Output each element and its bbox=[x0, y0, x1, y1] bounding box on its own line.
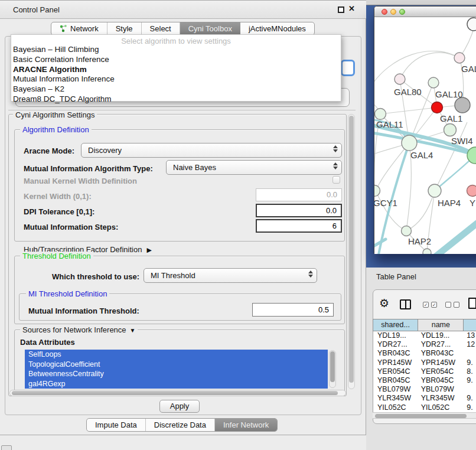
cell-value: 9. bbox=[464, 358, 476, 367]
table-row[interactable]: YBR043CYBR043C bbox=[373, 349, 476, 358]
minimized-panel-button[interactable] bbox=[1, 445, 12, 450]
unchecked-checkbox-icon[interactable] bbox=[454, 302, 459, 308]
cell-shared: YBR045C bbox=[373, 376, 419, 385]
apply-button[interactable]: Apply bbox=[159, 400, 200, 413]
attr-item-gal4rgexp[interactable]: gal4RGexp bbox=[25, 379, 328, 389]
table-row[interactable]: YBR045CYBR045C9. bbox=[373, 376, 476, 385]
column-header-partial[interactable] bbox=[464, 319, 476, 331]
checked-checkbox-icon[interactable]: ✓ bbox=[431, 302, 437, 308]
tab-cyni-toolbox[interactable]: Cyni Toolbox bbox=[180, 22, 240, 35]
table-row[interactable]: YLR345WYLR345W9. bbox=[373, 394, 476, 403]
bottom-tabbar: Impute Data Discretize Data Infer Networ… bbox=[86, 418, 278, 432]
control-panel-title: Control Panel bbox=[13, 5, 60, 14]
cell-name: YLR345W bbox=[419, 394, 465, 403]
tab-discretize-data[interactable]: Discretize Data bbox=[146, 419, 215, 431]
tab-network[interactable]: Network bbox=[51, 22, 107, 35]
close-icon[interactable]: ✕ bbox=[348, 4, 355, 13]
zoom-traffic-light-icon[interactable] bbox=[399, 9, 405, 15]
unchecked-checkbox-icon[interactable] bbox=[445, 302, 451, 308]
tab-infer-network[interactable]: Infer Network bbox=[215, 419, 277, 431]
aracne-mode-combo[interactable]: Discovery bbox=[81, 143, 342, 158]
menu-item-dream8[interactable]: Dream8 DC_TDC Algorithm bbox=[11, 94, 341, 105]
cell-shared: YDL19... bbox=[373, 331, 419, 340]
document-icon[interactable] bbox=[468, 298, 476, 309]
node-label-hap4: HAP4 bbox=[438, 198, 461, 208]
menu-item-bayesian-k2[interactable]: Bayesian – K2 bbox=[11, 84, 341, 94]
mi-threshold-field[interactable]: 0.5 bbox=[252, 303, 334, 317]
table-row[interactable]: YIL052CYIL052C9. bbox=[373, 403, 476, 412]
scrollbar-thumb[interactable] bbox=[375, 414, 467, 418]
gear-icon[interactable]: ⚙ bbox=[379, 296, 389, 310]
hidden-group-border bbox=[8, 110, 356, 110]
manual-kernel-checkbox[interactable] bbox=[332, 176, 340, 184]
sources-title-label: Sources for Network Inference bbox=[22, 325, 126, 334]
cell-shared: YBL079W bbox=[373, 385, 419, 394]
restore-icon[interactable] bbox=[338, 6, 344, 13]
minimize-traffic-light-icon[interactable] bbox=[390, 9, 396, 15]
menu-item-mutual-information[interactable]: Mutual Information Inference bbox=[11, 74, 341, 84]
algorithm-menu-hint: Select algorithm to view settings bbox=[11, 35, 341, 45]
cell-value bbox=[464, 385, 476, 394]
table-horizontal-scrollbar[interactable] bbox=[373, 412, 476, 419]
cell-name: YBR043C bbox=[419, 349, 465, 358]
data-attributes-label: Data Attributes bbox=[20, 338, 75, 347]
tab-style-label: Style bbox=[116, 24, 133, 33]
close-traffic-light-icon[interactable] bbox=[382, 9, 387, 15]
manual-kernel-label: Manual Kernel Width Definition bbox=[24, 177, 137, 185]
mi-steps-field[interactable]: 6 bbox=[256, 219, 342, 233]
settings-vertical-scrollbar[interactable] bbox=[348, 114, 355, 389]
cell-name: YDL19... bbox=[419, 331, 465, 340]
network-icon bbox=[60, 25, 67, 32]
tab-style[interactable]: Style bbox=[107, 22, 142, 35]
network-window: GAL GAL80 GAL10 GAL1 GAL11 SWI4 GAL4 GCY… bbox=[374, 6, 476, 254]
column-header-shared[interactable]: shared... bbox=[373, 319, 418, 331]
menu-item-basic-correlation[interactable]: Basic Correlation Inference bbox=[11, 55, 341, 65]
table-row[interactable]: YER054CYER054C8. bbox=[373, 367, 476, 376]
cell-shared: YER054C bbox=[373, 367, 419, 376]
chevron-right-icon: ▶ bbox=[146, 246, 151, 254]
attr-item-selfloops[interactable]: SelfLoops bbox=[25, 350, 328, 360]
tab-select[interactable]: Select bbox=[142, 22, 180, 35]
cell-value: 8. bbox=[464, 367, 476, 376]
checked-checkbox-icon[interactable]: ✓ bbox=[423, 302, 429, 308]
cell-shared: YBR043C bbox=[373, 349, 419, 358]
menu-item-aracne[interactable]: ARACNE Algorithm bbox=[11, 65, 341, 75]
mi-steps-label: Mutual Information Steps: bbox=[24, 223, 118, 231]
scrollbar-thumb[interactable] bbox=[12, 391, 338, 395]
settings-horizontal-scrollbar[interactable] bbox=[9, 390, 346, 396]
tab-impute-data[interactable]: Impute Data bbox=[87, 419, 146, 431]
stepper-icon bbox=[307, 270, 314, 278]
dpi-tolerance-field[interactable]: 0.0 bbox=[256, 204, 342, 217]
toolbar-edge-strip bbox=[366, 0, 476, 5]
table-row[interactable]: YDL19...YDL19...13 bbox=[373, 331, 476, 340]
scrollbar-thumb[interactable] bbox=[330, 351, 335, 382]
kernel-width-field[interactable]: 0.0 bbox=[256, 188, 342, 201]
cell-name: YDR27... bbox=[419, 340, 465, 349]
network-view[interactable]: GAL GAL80 GAL10 GAL1 GAL11 SWI4 GAL4 GCY… bbox=[374, 17, 476, 254]
table-row[interactable]: YDR27...YDR27...12 bbox=[373, 340, 476, 349]
which-threshold-combo[interactable]: MI Threshold bbox=[144, 268, 317, 283]
stepper-icon bbox=[332, 162, 338, 169]
tab-jactivemnodules[interactable]: jActiveMNodules bbox=[240, 22, 314, 35]
network-window-titlebar bbox=[374, 6, 476, 17]
cyni-algorithm-settings-title: Cyni Algorithm Settings bbox=[13, 110, 97, 119]
mi-type-combo[interactable]: Naive Bayes bbox=[166, 160, 342, 175]
threshold-definition-title: Threshold Definition bbox=[20, 252, 93, 260]
table-row[interactable]: YBL079WYBL079W bbox=[373, 385, 476, 394]
node-label-gcy1: GCY1 bbox=[374, 198, 397, 208]
attr-item-topologicalcoefficient[interactable]: TopologicalCoefficient bbox=[25, 360, 328, 370]
table-header: shared... name bbox=[373, 319, 476, 331]
node-label-gal1: GAL1 bbox=[440, 113, 462, 123]
tab-cyni-toolbox-label: Cyni Toolbox bbox=[188, 24, 232, 33]
cell-value bbox=[464, 349, 476, 358]
attr-item-betweennesscentrality[interactable]: BetweennessCentrality bbox=[25, 369, 328, 379]
scrollbar-thumb[interactable] bbox=[349, 116, 354, 383]
column-header-name[interactable]: name bbox=[418, 319, 464, 331]
cell-shared: YPR145W bbox=[373, 358, 419, 367]
sources-title[interactable]: Sources for Network Inference▼ bbox=[20, 325, 138, 334]
data-attributes-list: SelfLoops TopologicalCoefficient Between… bbox=[25, 350, 328, 389]
table-row[interactable]: YPR145WYPR145W9. bbox=[373, 358, 476, 367]
menu-item-bayesian-hill-climbing[interactable]: Bayesian – Hill Climbing bbox=[11, 45, 341, 55]
attributes-scrollbar[interactable] bbox=[329, 350, 336, 388]
column-layout-icon[interactable] bbox=[400, 299, 411, 309]
